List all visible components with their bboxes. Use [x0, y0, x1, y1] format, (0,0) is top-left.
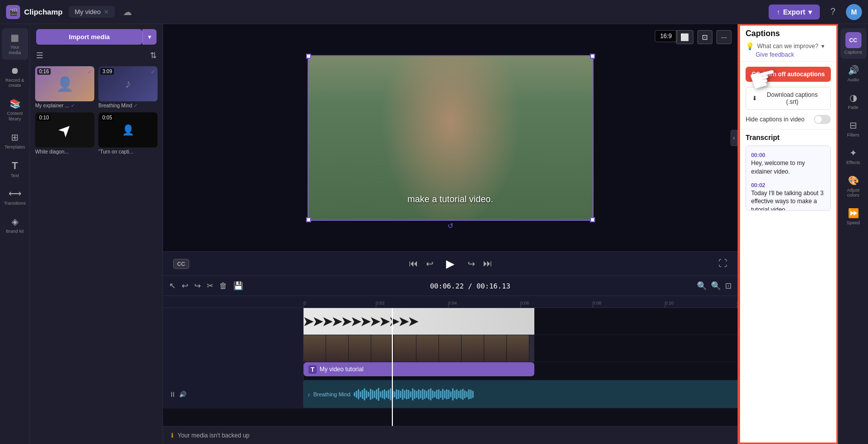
fullscreen-button[interactable]: ⛶	[718, 258, 728, 269]
wave-bar	[430, 388, 431, 400]
more-options-button[interactable]: ···	[716, 30, 732, 44]
audio-waveform	[354, 387, 738, 402]
fit-tool-button[interactable]: ⊡	[697, 30, 712, 44]
tab-my-video[interactable]: My video ✕	[69, 6, 115, 18]
avatar[interactable]: M	[846, 4, 862, 20]
right-tool-filters[interactable]: ⊟ Filters	[840, 116, 866, 141]
arrow-icon: ➤	[53, 118, 76, 141]
save-button[interactable]: 💾	[233, 281, 243, 290]
delete-button[interactable]: 🗑	[219, 281, 227, 290]
sidebar-item-templates[interactable]: ⊞ Templates	[2, 128, 28, 154]
right-tool-adjust-colors[interactable]: 🎨 Adjust colors	[840, 171, 866, 202]
help-button[interactable]: ?	[825, 4, 841, 20]
fit-timeline-button[interactable]: ⊡	[725, 281, 732, 290]
app-logo[interactable]: 🎬 Clipchamp	[6, 5, 63, 19]
wave-bar	[462, 389, 464, 400]
track-label-audio: ⏸ 🔊	[163, 380, 304, 408]
sort-icon[interactable]: ⇅	[150, 51, 157, 60]
video-content: make a tutorial video.	[309, 56, 593, 220]
wave-bar	[416, 391, 417, 398]
track-label-arrows	[163, 308, 304, 335]
filter-icon[interactable]: ☰	[36, 51, 43, 60]
track-content-arrows[interactable]: ➤ ➤ ➤ ➤ ➤ ➤ ➤ ➤ ➤ ➤ ➤ ➤	[304, 308, 738, 335]
wave-bar	[472, 391, 474, 398]
track-content-audio[interactable]: ♪ Breathing Mind	[304, 380, 738, 408]
chevron-down-feedback-icon: ▾	[821, 43, 824, 50]
crop-tool-button[interactable]: ⬜	[676, 30, 693, 44]
track-row-audio: ⏸ 🔊 ♪ Breathing Mind	[163, 380, 738, 408]
transcript-box[interactable]: 00:00 Hey, welcome to my exlainer video.…	[746, 145, 831, 211]
hide-panel-button[interactable]: ‹	[731, 130, 738, 146]
transitions-icon: ⟷	[9, 188, 22, 199]
turn-off-autocaptions-button[interactable]: CC Turn off autocaptions	[746, 67, 831, 82]
wave-bar	[412, 388, 413, 400]
cloud-icon: ☁	[123, 7, 132, 18]
track-content-title[interactable]: T My video tutorial	[304, 362, 738, 380]
sidebar-item-brand-kit[interactable]: ◈ Brand kit	[2, 212, 28, 238]
select-tool-button[interactable]: ↖	[169, 281, 176, 290]
preview-toolbar: ⬜ ⊡ ···	[676, 30, 732, 44]
frame-8	[462, 335, 484, 362]
play-button[interactable]: ▶	[442, 255, 460, 273]
sidebar-item-your-media[interactable]: ▦ Your media	[2, 28, 28, 60]
transcript-entry-0: 00:00 Hey, welcome to my exlainer video.	[751, 150, 825, 176]
cut-button[interactable]: ✂	[207, 281, 213, 290]
wave-bar	[446, 389, 448, 399]
wave-bar	[362, 390, 363, 399]
brand-icon: ◈	[12, 216, 19, 227]
export-button[interactable]: ↑ Export ▾	[769, 5, 820, 20]
cc-badge: CC	[845, 32, 861, 48]
hide-captions-toggle[interactable]	[814, 115, 831, 124]
handle-top-right[interactable]	[590, 54, 595, 59]
import-media-button[interactable]: Import media	[36, 29, 142, 45]
sidebar-item-text[interactable]: T Text	[2, 156, 28, 183]
preview-ratio: 16:9	[655, 30, 677, 42]
track-row-title: T My video tutorial	[163, 362, 738, 380]
right-tool-effects[interactable]: ✦ Effects	[840, 143, 866, 169]
right-tool-fade[interactable]: ◑ Fade	[840, 88, 866, 114]
undo-button[interactable]: ↩	[182, 281, 188, 290]
track-row-arrows: ➤ ➤ ➤ ➤ ➤ ➤ ➤ ➤ ➤ ➤ ➤ ➤	[163, 308, 738, 335]
zoom-out-button[interactable]: 🔍	[697, 281, 707, 290]
wave-bar	[466, 391, 468, 397]
download-captions-button[interactable]: ⬇ Download captions (.srt)	[746, 87, 831, 110]
media-item-breathing[interactable]: 3:09 ♪ ✓ Breathing Mind ✓	[98, 66, 158, 108]
media-label-breathing: Breathing Mind ✓	[98, 103, 158, 108]
sidebar-item-transitions[interactable]: ⟷ Transitions	[2, 184, 28, 210]
right-tool-audio[interactable]: 🔊 Audio	[840, 61, 866, 86]
wave-bar	[456, 389, 458, 399]
cc-button[interactable]: CC	[173, 259, 189, 269]
handle-bottom-left[interactable]	[306, 217, 311, 222]
handle-top-left[interactable]	[306, 54, 311, 59]
right-tool-captions[interactable]: CC Captions	[840, 28, 866, 59]
transcript-title: Transcript	[746, 133, 831, 141]
right-tool-label-fade: Fade	[848, 105, 858, 110]
redo-button[interactable]: ↪	[194, 281, 201, 290]
skip-back-button[interactable]: ⏮	[409, 258, 418, 269]
wave-bar	[458, 391, 460, 398]
sidebar-label-transitions: Transitions	[4, 201, 26, 206]
media-item-explainer[interactable]: 0:16 👤 ✓ My explainer ... ✓	[35, 66, 94, 108]
sidebar-item-content-library[interactable]: 📚 Content library	[2, 94, 28, 126]
handle-bottom-right[interactable]	[590, 217, 595, 222]
wave-bar	[376, 389, 377, 399]
zoom-in-button[interactable]: 🔍	[711, 281, 721, 290]
status-bar: ℹ Your media isn't backed up	[163, 426, 738, 444]
track-content-video[interactable]	[304, 335, 738, 362]
wave-bar	[424, 390, 425, 399]
speed-icon: ⏩	[848, 208, 859, 219]
sidebar-item-record[interactable]: ⏺ Record & create	[2, 62, 28, 93]
give-feedback-link[interactable]: Give feedback	[756, 51, 831, 58]
playback-bar: CC ⏮ ↩ ▶ ↪ ⏭ ⛶	[163, 251, 738, 275]
import-dropdown-button[interactable]: ▾	[142, 29, 157, 45]
rotate-handle[interactable]: ↺	[448, 222, 454, 230]
media-item-turn-on[interactable]: 0:05 👤 "Turn on capti...	[98, 112, 158, 155]
library-icon: 📚	[10, 98, 21, 109]
right-tool-speed[interactable]: ⏩ Speed	[840, 204, 866, 229]
rewind-button[interactable]: ↩	[426, 258, 433, 269]
backup-warning[interactable]: ℹ Your media isn't backed up	[171, 432, 249, 439]
media-item-white-diag[interactable]: 0:10 ➤ White diagon...	[35, 112, 94, 155]
forward-button[interactable]: ↪	[468, 258, 475, 269]
skip-forward-button[interactable]: ⏭	[483, 258, 492, 269]
transcript-text-0: Hey, welcome to my exlainer video.	[751, 159, 825, 176]
